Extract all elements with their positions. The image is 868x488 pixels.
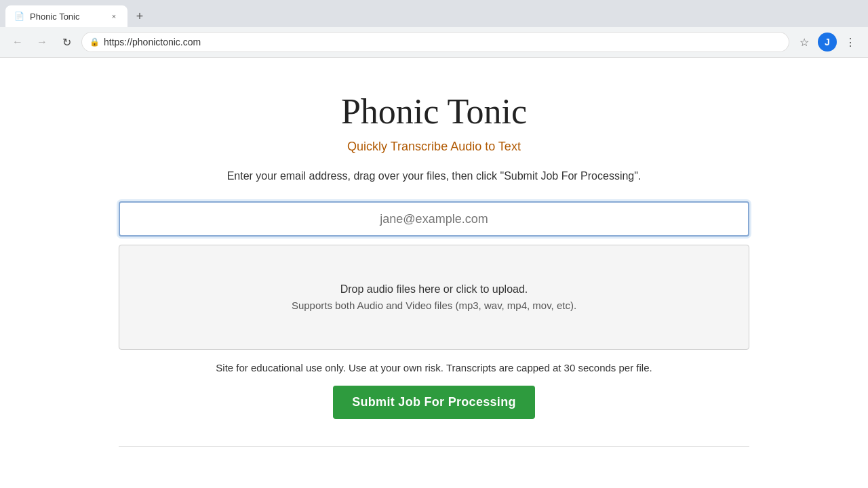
email-input[interactable] [119,201,749,237]
browser-chrome: 📄 Phonic Tonic × + ← → ↻ 🔒 https://phoni… [0,0,868,58]
address-bar[interactable]: 🔒 https://phonictonic.com [81,32,789,52]
url-text: https://phonictonic.com [104,37,201,47]
page-title: Phonic Tonic [341,92,527,131]
address-bar-row: ← → ↻ 🔒 https://phonictonic.com ☆ J ⋮ [0,27,868,57]
toolbar-right: ☆ J ⋮ [795,33,860,52]
tab-title: Phonic Tonic [30,12,103,22]
refresh-button[interactable]: ↻ [57,33,76,52]
page-footer [119,446,749,453]
tab-bar: 📄 Phonic Tonic × + [0,0,868,27]
bookmark-button[interactable]: ☆ [795,33,814,52]
page-instructions: Enter your email address, drag over your… [227,170,642,182]
user-avatar[interactable]: J [818,33,837,52]
file-drop-zone[interactable]: Drop audio files here or click to upload… [119,245,749,350]
disclaimer-text: Site for educational use only. Use at yo… [216,362,652,373]
tab-close-button[interactable]: × [108,11,119,22]
submit-button[interactable]: Submit Job For Processing [333,386,535,419]
page-content: Phonic Tonic Quickly Transcribe Audio to… [0,58,868,488]
forward-button[interactable]: → [33,33,52,52]
lock-icon: 🔒 [90,37,100,47]
dropzone-secondary-text: Supports both Audio and Video files (mp3… [292,300,576,311]
tab-icon: 📄 [14,11,24,22]
active-tab[interactable]: 📄 Phonic Tonic × [5,5,127,27]
page-subtitle: Quickly Transcribe Audio to Text [347,140,521,154]
new-tab-button[interactable]: + [130,7,149,26]
dropzone-primary-text: Drop audio files here or click to upload… [340,283,528,296]
back-button[interactable]: ← [8,33,27,52]
menu-button[interactable]: ⋮ [841,33,860,52]
